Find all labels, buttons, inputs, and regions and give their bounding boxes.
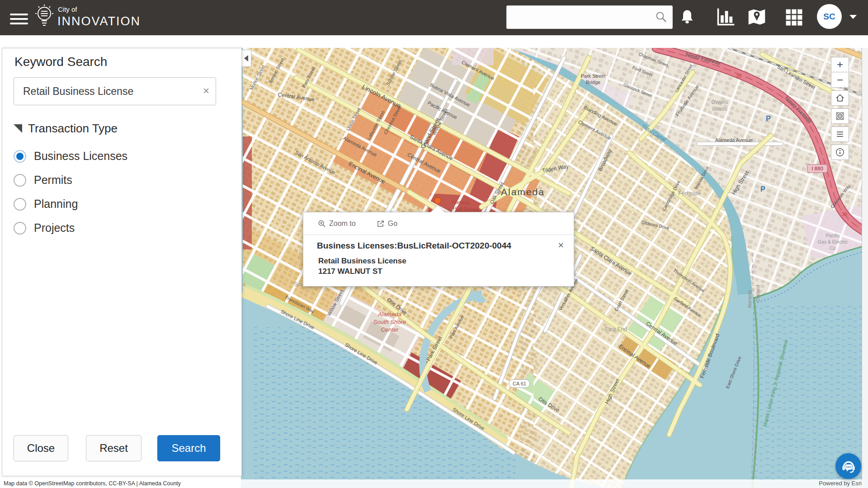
right-edge-panel-strip: [862, 48, 868, 479]
lightbulb-logo-icon: [33, 4, 55, 32]
home-icon: [835, 93, 845, 103]
route-38-label: 38: [842, 211, 847, 217]
panel-collapse-tab[interactable]: [241, 50, 251, 67]
map-label: Alameda: [747, 290, 752, 308]
close-button[interactable]: Close: [14, 435, 68, 461]
map-label: Owens: [711, 99, 728, 105]
zoom-out-button[interactable]: −: [831, 72, 849, 88]
map-data-attribution: Map data © OpenStreetMap contributors, C…: [4, 480, 181, 487]
search-icon[interactable]: [655, 11, 668, 23]
map-label: Co: [830, 245, 836, 251]
go-button[interactable]: Go: [377, 220, 397, 228]
attribution-bar: Map data © OpenStreetMap contributors, C…: [0, 479, 868, 488]
parking-icon: P: [766, 115, 771, 122]
map-label: Pacific: [826, 233, 840, 238]
keyword-input[interactable]: [22, 81, 196, 101]
zoom-in-button[interactable]: +: [831, 57, 849, 72]
zoom-to-icon: [318, 220, 326, 228]
map-label-city: Alameda: [501, 187, 545, 197]
reset-button[interactable]: Reset: [86, 435, 142, 461]
radio-dot: [14, 198, 26, 211]
zoom-to-label: Zoom to: [329, 220, 356, 228]
parking-icon: P: [760, 185, 765, 193]
map-app-icon[interactable]: [746, 7, 767, 27]
ca61-shield: CA 61: [513, 381, 526, 386]
brand-innovation: INNOVATION: [57, 14, 141, 28]
map-label: Fernside: [678, 190, 701, 197]
popup-record-type: Retail Business License: [318, 257, 406, 266]
radio-dot: [14, 174, 26, 187]
support-chat-button[interactable]: [835, 453, 861, 479]
radio-business-licenses[interactable]: Business Licenses: [14, 150, 127, 163]
basemap-extent-button[interactable]: [831, 108, 849, 124]
map-label: Gas & Electric: [818, 239, 848, 244]
user-avatar[interactable]: SC: [817, 4, 842, 29]
list-icon: [835, 129, 845, 139]
extent-squares-icon: [835, 111, 845, 121]
radio-projects[interactable]: Projects: [14, 221, 75, 235]
collapse-arrow-icon: [244, 55, 248, 61]
map-controls: + −: [831, 57, 849, 160]
info-icon: [835, 147, 845, 158]
panel-title: Keyword Search: [14, 55, 107, 69]
global-search-box: [506, 5, 673, 29]
keyword-input-box: ×: [14, 77, 216, 105]
transaction-type-header[interactable]: Transaction Type: [14, 122, 118, 136]
popup-close-icon[interactable]: ×: [558, 239, 564, 251]
radio-label: Projects: [34, 221, 75, 235]
global-search-input[interactable]: [511, 8, 653, 27]
go-icon: [377, 220, 385, 228]
map-label: South Shore: [373, 319, 406, 325]
menu-icon[interactable]: [10, 11, 28, 24]
map-label: Center: [381, 326, 399, 333]
radio-label: Business Licenses: [34, 150, 127, 163]
popup-record-address: 1217 WALNUT ST: [318, 267, 382, 276]
user-menu-caret-icon[interactable]: [849, 15, 857, 19]
map-label: Illinois: [712, 106, 727, 112]
map-label: Bridge: [586, 80, 600, 85]
info-button[interactable]: [831, 145, 849, 160]
map-label: East End: [605, 326, 627, 333]
zoom-to-button[interactable]: Zoom to: [318, 220, 356, 228]
radio-permits[interactable]: Permits: [14, 174, 72, 187]
reports-chart-icon[interactable]: [715, 7, 736, 27]
radio-label: Planning: [34, 197, 78, 211]
radio-dot: [14, 150, 26, 163]
map-label: Alameda: [377, 311, 401, 318]
apps-grid-icon[interactable]: [785, 8, 803, 27]
clear-input-icon[interactable]: ×: [203, 84, 209, 98]
popup-action-bar: Zoom to Go: [303, 212, 574, 235]
search-button[interactable]: Search: [157, 435, 220, 461]
i880-shield: I 880: [811, 166, 823, 171]
route-38-label: 38: [736, 73, 741, 79]
powered-by-esri: Powered by Esri: [819, 480, 862, 487]
popup-title: Business Licenses:BusLicRetail-OCT2020-0…: [317, 241, 552, 251]
legend-list-button[interactable]: [831, 127, 849, 142]
radio-label: Permits: [34, 174, 72, 187]
feature-popup: Zoom to Go Business Licenses:BusLicRetai…: [303, 212, 574, 286]
map-label: Alameda Avenue: [715, 137, 753, 143]
transaction-type-label: Transaction Type: [28, 122, 118, 136]
go-label: Go: [388, 220, 397, 228]
map-marker[interactable]: [434, 197, 441, 204]
app-header: City of INNOVATION SC: [0, 0, 868, 35]
radio-dot: [14, 222, 26, 235]
keyword-search-panel: Keyword Search × Transaction Type Busine…: [2, 48, 242, 476]
section-collapse-triangle-icon: [14, 124, 22, 133]
home-extent-button[interactable]: [831, 90, 849, 106]
headset-chat-icon: [841, 459, 856, 474]
map-label: Oakland: [755, 285, 760, 302]
notifications-bell-icon[interactable]: [679, 6, 695, 27]
brand-city-of: City of: [58, 5, 77, 13]
avatar-initials: SC: [823, 12, 835, 22]
map-label: Park Street: [580, 73, 605, 79]
radio-planning[interactable]: Planning: [14, 197, 78, 211]
map-label: East Shore Drive: [725, 356, 742, 389]
